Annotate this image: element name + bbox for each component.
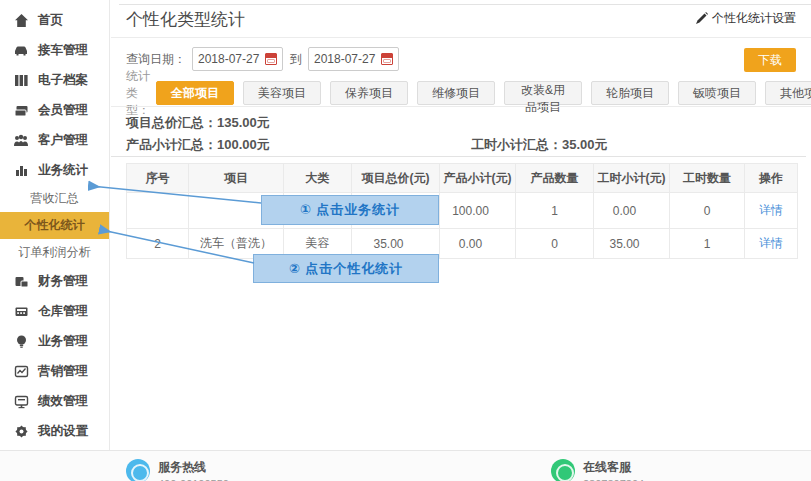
cell-product-subtotal: 0.00 (440, 229, 516, 259)
footer: 服务热线 400-00100550 在线客服 2807307304 (0, 450, 811, 481)
col-header-product-subtotal: 产品小计(元) (440, 164, 516, 193)
sidebar-item-label: 电子档案 (38, 72, 88, 89)
sidebar-item-label: 业务统计 (38, 162, 88, 179)
col-header-labor-qty: 工时数量 (670, 164, 745, 193)
sidebar-subitem-personalized-stats[interactable]: 个性化统计 (0, 212, 109, 239)
filter-maintenance[interactable]: 保养项目 (330, 81, 408, 105)
sidebar-item-label: 业务管理 (38, 333, 88, 350)
filter-all-projects[interactable]: 全部项目 (156, 81, 234, 105)
online-service-icon (551, 459, 575, 481)
archive-icon (13, 73, 29, 88)
to-label: 到 (290, 51, 302, 68)
col-header-actions: 操作 (745, 164, 798, 193)
cell-labor-qty: 1 (670, 229, 745, 259)
cell-product-qty: 1 (516, 193, 594, 229)
filter-other[interactable]: 其他项目 (765, 81, 811, 105)
sidebar-item-members[interactable]: 会员管理 (0, 95, 109, 125)
filter-repair[interactable]: 维修项目 (417, 81, 495, 105)
sidebar-item-marketing[interactable]: 营销管理 (0, 356, 109, 386)
date-from-input[interactable] (198, 52, 262, 66)
filter-modification[interactable]: 改装&用品项目 (504, 81, 582, 105)
col-header-labor-subtotal: 工时小计(元) (594, 164, 670, 193)
main-content: 个性化类型统计 个性化统计设置 查询日期： 到 下载 统计类型： 全部项目 美容… (111, 0, 811, 450)
cell-product-qty: 0 (516, 229, 594, 259)
table-row: 2 洗车（普洗） 美容 35.00 0.00 0 35.00 1 详情 (127, 229, 798, 259)
cell-index: 2 (127, 229, 189, 259)
personalized-stats-settings-link[interactable]: 个性化统计设置 (695, 10, 796, 27)
bulb-icon (13, 334, 29, 349)
member-cards-icon (13, 103, 29, 118)
filter-beauty[interactable]: 美容项目 (243, 81, 321, 105)
service-hotline-block: 服务热线 400-00100550 (126, 459, 229, 481)
summary-divider (111, 156, 806, 157)
calendar-icon[interactable] (381, 53, 393, 65)
query-date-label: 查询日期： (126, 51, 186, 68)
sidebar-item-home[interactable]: 首页 (0, 5, 109, 35)
cell-labor-qty: 0 (670, 193, 745, 229)
hotline-phone-icon (126, 459, 150, 481)
date-from-box (192, 47, 283, 71)
detail-link[interactable]: 详情 (759, 236, 783, 250)
hotline-label: 服务热线 (158, 459, 229, 476)
performance-icon (13, 394, 29, 409)
col-header-category: 大类 (284, 164, 352, 193)
car-icon (13, 43, 29, 58)
sidebar-item-label: 客户管理 (38, 132, 88, 149)
sidebar-item-label: 仓库管理 (38, 303, 88, 320)
date-to-input[interactable] (314, 52, 378, 66)
stat-type-filter-row: 统计类型： 全部项目 美容项目 保养项目 维修项目 改装&用品项目 轮胎项目 钣… (126, 80, 796, 106)
download-button[interactable]: 下载 (744, 48, 796, 72)
marketing-icon (13, 364, 29, 379)
cell-product-subtotal: 100.00 (440, 193, 516, 229)
page-title: 个性化类型统计 (126, 8, 245, 31)
col-header-total-price: 项目总价(元) (352, 164, 440, 193)
calendar-icon[interactable] (265, 53, 277, 65)
cell-index (127, 193, 189, 229)
sidebar-item-label: 财务管理 (38, 273, 88, 290)
labor-subtotal-summary: 工时小计汇总：35.00元 (471, 134, 608, 156)
sidebar-item-label: 接车管理 (38, 42, 88, 59)
total-price-summary: 项目总价汇总：135.00元 (126, 112, 806, 134)
sidebar-item-performance[interactable]: 绩效管理 (0, 386, 109, 416)
sidebar-item-reception[interactable]: 接车管理 (0, 35, 109, 65)
sidebar-item-label: 营销管理 (38, 363, 88, 380)
sidebar-item-business-mgmt[interactable]: 业务管理 (0, 326, 109, 356)
warehouse-icon (13, 304, 29, 319)
annotation-step1-callout: ① 点击业务统计 (261, 195, 439, 225)
customers-icon (13, 133, 29, 148)
sidebar-item-label: 绩效管理 (38, 393, 88, 410)
cell-labor-subtotal: 35.00 (594, 229, 670, 259)
sidebar-item-settings[interactable]: 我的设置 (0, 416, 109, 446)
table-header-row: 序号 项目 大类 项目总价(元) 产品小计(元) 产品数量 工时小计(元) 工时… (127, 164, 798, 193)
product-subtotal-summary: 产品小计汇总：100.00元 (126, 137, 270, 152)
table-row: 100.00 100.00 1 0.00 0 详情 (127, 193, 798, 229)
stat-type-label: 统计类型： (126, 68, 150, 119)
summary-block: 项目总价汇总：135.00元 产品小计汇总：100.00元 工时小计汇总：35.… (126, 112, 806, 156)
date-to-box (308, 47, 399, 71)
annotation-step2-callout: ② 点击个性化统计 (253, 254, 439, 283)
sidebar-item-archives[interactable]: 电子档案 (0, 65, 109, 95)
sidebar-item-label: 首页 (38, 12, 63, 29)
col-header-project: 项目 (189, 164, 284, 193)
sidebar: 首页 接车管理 电子档案 会员管理 客户管理 业务统计 营收汇总 个性化统计 订… (0, 0, 110, 450)
date-query-row: 查询日期： 到 (126, 46, 406, 72)
bar-chart-icon (13, 163, 29, 178)
sidebar-item-label: 会员管理 (38, 102, 88, 119)
col-header-index: 序号 (127, 164, 189, 193)
online-service-block: 在线客服 2807307304 (551, 459, 644, 481)
sidebar-item-business-stats[interactable]: 业务统计 (0, 155, 109, 185)
filter-tires[interactable]: 轮胎项目 (591, 81, 669, 105)
sidebar-subitem-order-profit[interactable]: 订单利润分析 (0, 239, 109, 266)
finance-icon (13, 274, 29, 289)
col-header-product-qty: 产品数量 (516, 164, 594, 193)
sidebar-item-finance[interactable]: 财务管理 (0, 266, 109, 296)
filter-paint[interactable]: 钣喷项目 (678, 81, 756, 105)
sidebar-subitem-revenue-summary[interactable]: 营收汇总 (0, 185, 109, 212)
stats-table: 序号 项目 大类 项目总价(元) 产品小计(元) 产品数量 工时小计(元) 工时… (126, 163, 798, 259)
sidebar-item-customers[interactable]: 客户管理 (0, 125, 109, 155)
detail-link[interactable]: 详情 (759, 203, 783, 217)
online-service-label: 在线客服 (583, 459, 644, 476)
sidebar-item-warehouse[interactable]: 仓库管理 (0, 296, 109, 326)
pencil-icon (695, 12, 708, 25)
home-icon (13, 13, 29, 28)
